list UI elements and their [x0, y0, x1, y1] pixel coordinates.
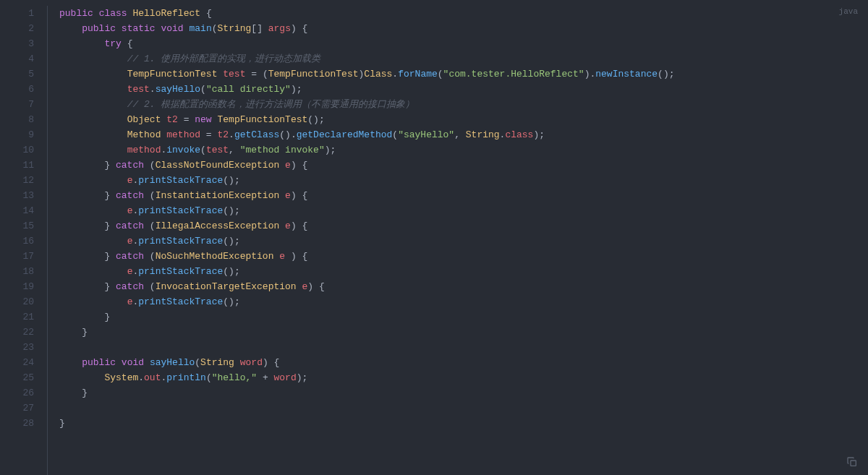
line-number: 9 — [0, 127, 34, 142]
line-number: 19 — [0, 279, 34, 294]
line-number: 14 — [0, 203, 34, 218]
code-line: try { — [59, 36, 868, 51]
code-line: } — [59, 325, 868, 340]
code-line: method.invoke(test, "method invoke"); — [59, 142, 868, 158]
code-line: test.sayHello("call directly"); — [59, 82, 868, 97]
line-number: 1 — [0, 6, 34, 21]
line-number: 17 — [0, 249, 34, 264]
line-number: 7 — [0, 97, 34, 112]
code-line: public class HelloReflect { — [59, 6, 868, 21]
code-line: public static void main(String[] args) { — [59, 21, 868, 36]
code-line: } catch (ClassNotFoundException e) { — [59, 158, 868, 173]
code-line: } catch (InvocationTargetException e) { — [59, 279, 868, 294]
code-line: e.printStackTrace(); — [59, 203, 868, 218]
code-line: TempFunctionTest test = (TempFunctionTes… — [59, 67, 868, 82]
code-line: e.printStackTrace(); — [59, 173, 868, 188]
line-number: 24 — [0, 355, 34, 370]
code-line — [59, 340, 868, 355]
line-number: 3 — [0, 36, 34, 51]
svg-rect-0 — [851, 461, 856, 466]
code-line: Object t2 = new TempFunctionTest(); — [59, 112, 868, 127]
line-number: 20 — [0, 294, 34, 309]
line-number: 15 — [0, 218, 34, 234]
line-number: 23 — [0, 340, 34, 355]
line-number-gutter: 1234567891011121314151617181920212223242… — [0, 6, 48, 475]
line-number: 11 — [0, 158, 34, 173]
line-number: 21 — [0, 309, 34, 325]
line-number: 28 — [0, 416, 34, 431]
code-line: } catch (NoSuchMethodException e ) { — [59, 249, 868, 264]
code-line — [59, 401, 868, 416]
code-line: } — [59, 309, 868, 325]
line-number: 6 — [0, 82, 34, 97]
code-line: } — [59, 385, 868, 401]
line-number: 4 — [0, 51, 34, 67]
line-number: 5 — [0, 67, 34, 82]
line-number: 8 — [0, 112, 34, 127]
language-label: java — [839, 4, 858, 20]
line-number: 27 — [0, 401, 34, 416]
code-line: Method method = t2.getClass().getDeclare… — [59, 127, 868, 142]
code-line: e.printStackTrace(); — [59, 234, 868, 249]
line-number: 12 — [0, 173, 34, 188]
copy-icon[interactable] — [846, 456, 858, 468]
line-number: 22 — [0, 325, 34, 340]
code-line: // 1. 使用外部配置的实现，进行动态加载类 — [59, 51, 868, 67]
line-number: 2 — [0, 21, 34, 36]
code-content[interactable]: public class HelloReflect { public stati… — [48, 6, 868, 475]
line-number: 26 — [0, 385, 34, 401]
line-number: 25 — [0, 370, 34, 385]
code-line: public void sayHello(String word) { — [59, 355, 868, 370]
code-block: 1234567891011121314151617181920212223242… — [0, 0, 868, 475]
line-number: 13 — [0, 188, 34, 203]
code-line: System.out.println("hello," + word); — [59, 370, 868, 385]
line-number: 18 — [0, 264, 34, 279]
code-line: // 2. 根据配置的函数名，进行方法调用（不需要通用的接口抽象） — [59, 97, 868, 112]
code-line: e.printStackTrace(); — [59, 294, 868, 309]
code-line: } catch (IllegalAccessException e) { — [59, 218, 868, 234]
line-number: 10 — [0, 142, 34, 158]
code-line: } catch (InstantiationException e) { — [59, 188, 868, 203]
line-number: 16 — [0, 234, 34, 249]
code-line: } — [59, 416, 868, 431]
code-line: e.printStackTrace(); — [59, 264, 868, 279]
